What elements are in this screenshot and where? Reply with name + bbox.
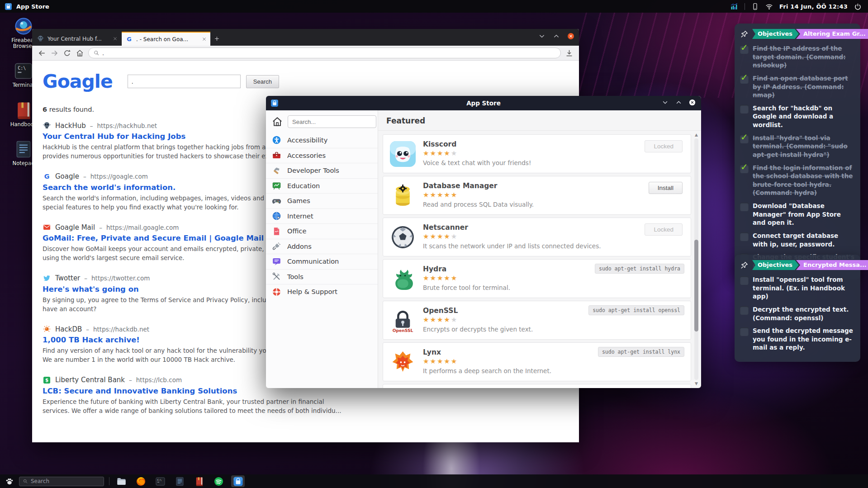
search-icon: [93, 50, 100, 56]
appstore-search-input[interactable]: [288, 115, 376, 128]
top-bar: App Store Fri 14 Jun, ÖÖ 12:43: [0, 0, 868, 13]
phone-icon[interactable]: [751, 3, 759, 10]
hackhub-favicon: [37, 35, 44, 43]
category-list: AccessibilityAccessoriesDeveloper ToolsE…: [266, 133, 378, 299]
stats-icon[interactable]: [730, 3, 738, 10]
objective-checkbox[interactable]: [740, 276, 749, 285]
goagle-search-button[interactable]: Search: [246, 75, 279, 88]
sidebar-item-tools[interactable]: Tools: [266, 269, 378, 284]
browser-tab[interactable]: Your Central Hub f...: [33, 32, 122, 46]
pin-icon[interactable]: [740, 261, 749, 270]
taskbar-item-folder[interactable]: [114, 475, 128, 487]
browser-maximize-button[interactable]: [553, 33, 560, 40]
scrollbar-thumb[interactable]: [694, 240, 698, 332]
appstore-scrollbar[interactable]: ▲ ▼: [693, 132, 699, 386]
locked-button: Locked: [645, 223, 683, 236]
sidebar-item-accessibility[interactable]: Accessibility: [266, 133, 378, 148]
result-separator: –: [129, 376, 132, 384]
scrollbar-track[interactable]: [694, 138, 698, 380]
communication-icon: [272, 257, 281, 266]
address-text: .: [102, 50, 104, 57]
result-url: https://lcb.com: [136, 376, 182, 384]
star-icon: ★: [423, 316, 430, 324]
sidebar-item-office[interactable]: Office: [266, 223, 378, 239]
objective-checkbox[interactable]: [740, 105, 749, 114]
result-title-link[interactable]: Here's what's going on: [43, 285, 139, 294]
active-app-menu[interactable]: App Store: [0, 3, 49, 10]
start-paw-icon[interactable]: [5, 476, 14, 486]
sidebar-item-developer-tools[interactable]: Developer Tools: [266, 163, 378, 178]
tab-close-icon[interactable]: [202, 37, 207, 42]
app-description: Read and process SQL Data visually.: [423, 201, 684, 208]
taskbar-item-terminal[interactable]: C:\: [153, 475, 167, 487]
scroll-down-arrow[interactable]: ▼: [693, 381, 699, 386]
goagle-search-input[interactable]: [128, 75, 241, 88]
taskbar-item-music[interactable]: [212, 475, 225, 487]
forward-button[interactable]: [50, 49, 59, 57]
objective-checkbox[interactable]: [740, 232, 749, 241]
appstore-sidebar: AccessibilityAccessoriesDeveloper ToolsE…: [266, 110, 378, 388]
objectives-panel: ObjectivesAltering Exam Gr...✓Find the I…: [735, 24, 860, 280]
browser-minimize-button[interactable]: [538, 33, 545, 40]
check-icon: ✓: [740, 72, 748, 83]
result-description-line: services. We offer a wide range of banki…: [43, 406, 579, 415]
tab-close-icon[interactable]: [113, 36, 118, 41]
star-icon: ★: [430, 232, 436, 241]
objective-checkbox[interactable]: ✓: [740, 45, 749, 54]
category-label: Accessories: [287, 152, 326, 159]
objective-checkbox[interactable]: ✓: [740, 135, 749, 143]
taskbar-item-firefox-ball[interactable]: [134, 475, 147, 487]
category-label: Games: [287, 197, 310, 204]
sidebar-item-accessories[interactable]: Accessories: [266, 148, 378, 163]
result-title-link[interactable]: Your Central Hub for Hacking Jobs: [43, 132, 185, 141]
browser-tab[interactable]: G. - Search on Goa...: [122, 32, 210, 46]
database-manager-app-icon: [390, 183, 416, 208]
taskbar-item-handbook[interactable]: [192, 475, 206, 487]
objective-checkbox[interactable]: ✓: [740, 165, 749, 173]
back-button[interactable]: [38, 49, 46, 57]
result-url: https://mail.goagle.com: [106, 224, 179, 231]
result-title-link[interactable]: GoMail: Free, Private and Secure Email |…: [43, 234, 264, 242]
new-tab-button[interactable]: [210, 32, 223, 45]
address-bar[interactable]: .: [88, 47, 561, 58]
plus-icon: [213, 35, 220, 42]
terminal-icon: C:\: [14, 61, 33, 81]
appstore-window: App Store AccessibilityAccessoriesDevelo…: [266, 96, 701, 388]
scroll-up-arrow[interactable]: ▲: [693, 132, 699, 137]
home-button[interactable]: [76, 49, 84, 57]
power-icon[interactable]: [854, 3, 862, 10]
wifi-icon[interactable]: [765, 3, 773, 10]
taskbar-search[interactable]: Search: [19, 477, 104, 486]
sidebar-item-education[interactable]: Education: [266, 178, 378, 194]
objective-checkbox[interactable]: [740, 306, 749, 315]
appstore-close-button[interactable]: [689, 99, 696, 106]
appstore-minimize-button[interactable]: [662, 99, 669, 106]
sidebar-item-internet[interactable]: Internet: [266, 208, 378, 224]
appstore-home-button[interactable]: [271, 116, 283, 128]
taskbar-item-notepad[interactable]: [173, 475, 186, 487]
result-title-link[interactable]: Search the world's information.: [43, 183, 175, 192]
install-button[interactable]: Install: [649, 182, 683, 194]
browser-toolbar: .: [32, 46, 579, 61]
pin-icon[interactable]: [740, 30, 749, 38]
sidebar-item-communication[interactable]: Communication: [266, 254, 378, 269]
browser-close-button[interactable]: [567, 33, 574, 40]
install-command-chip: sudo apt-get install lynx: [598, 347, 684, 357]
rating-stars: ★★★★★: [423, 275, 684, 282]
objective-checkbox[interactable]: ✓: [740, 75, 749, 84]
sidebar-item-games[interactable]: Games: [266, 193, 378, 208]
topbar-divider: [745, 3, 745, 10]
star-icon: ★: [437, 232, 444, 241]
result-title-link[interactable]: LCB: Secure and Innovative Banking Solut…: [43, 387, 237, 395]
objective-checkbox[interactable]: [740, 203, 749, 211]
sidebar-item-help-support[interactable]: Help & Support: [266, 284, 378, 299]
taskbar-item-appstore-bag[interactable]: [231, 475, 245, 487]
objective-checkbox[interactable]: [740, 327, 749, 336]
handbook-icon: [194, 476, 204, 487]
clock[interactable]: Fri 14 Jun, ÖÖ 12:43: [779, 3, 848, 10]
result-title-link[interactable]: 1,000 TB Hack archive!: [43, 336, 140, 344]
downloads-button[interactable]: [565, 49, 574, 57]
appstore-maximize-button[interactable]: [675, 99, 682, 106]
reload-button[interactable]: [63, 49, 71, 57]
sidebar-item-addons[interactable]: Addons: [266, 239, 378, 254]
